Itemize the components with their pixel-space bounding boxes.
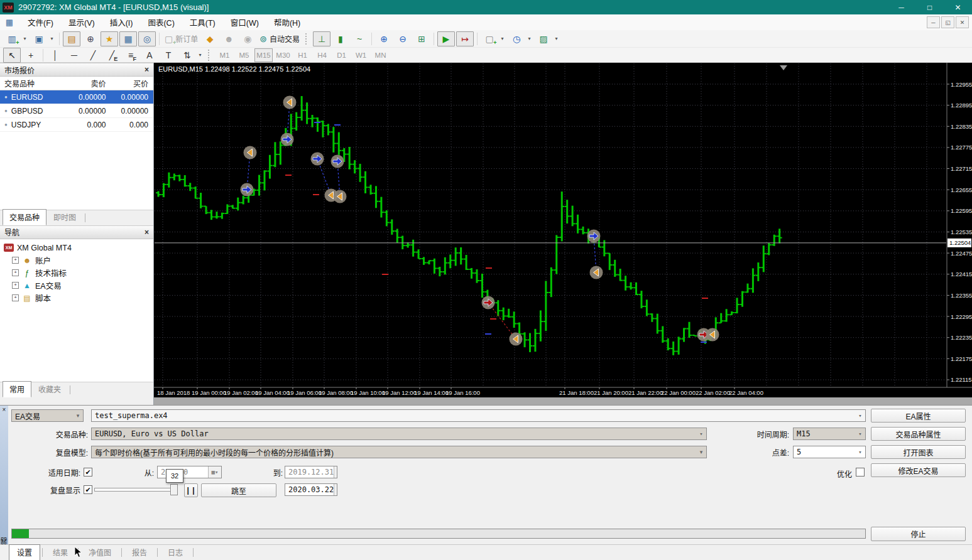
table-row[interactable]: ●USDJPY0.0000.000 — [0, 118, 153, 132]
table-row[interactable]: ●GBPUSD0.000000.00000 — [0, 104, 153, 118]
timeframe-w1[interactable]: W1 — [352, 48, 370, 62]
chart-system-menu-icon[interactable]: ▦ — [4, 18, 15, 27]
use-date-checkbox[interactable]: ✔ — [84, 468, 92, 477]
periods-button-dropdown-icon[interactable]: ▾ — [526, 32, 533, 46]
new-chart-button[interactable]: ▥+ — [3, 31, 21, 46]
close-button[interactable]: ✕ — [944, 0, 972, 14]
indicators-button-dropdown-icon[interactable]: ▾ — [499, 32, 506, 46]
mdi-minimize-button[interactable]: ─ — [927, 16, 940, 28]
list-item[interactable]: +☻账户 — [4, 254, 153, 267]
indicators-button[interactable]: ▢+ — [481, 31, 498, 46]
profiles-button[interactable]: ▣ — [30, 31, 48, 46]
toolbar-drag-handle[interactable] — [208, 50, 212, 61]
chart-line-button[interactable]: ~ — [351, 31, 368, 46]
channel-tool[interactable]: ╱E — [103, 48, 121, 63]
calendar-icon[interactable]: ▦▾ — [334, 466, 337, 478]
navigator-tab-2[interactable]: 收藏夹 — [31, 381, 68, 397]
navigator-button[interactable]: ★ — [101, 31, 118, 46]
expand-icon[interactable]: + — [12, 282, 19, 289]
timeframe-mn[interactable]: MN — [371, 48, 390, 62]
terminal-button[interactable]: ▦ — [119, 31, 137, 46]
menu-charts[interactable]: 图表(C) — [140, 14, 182, 30]
menu-file[interactable]: 文件(F) — [20, 14, 61, 30]
close-icon[interactable]: × — [1, 406, 8, 413]
timeframe-m1[interactable]: M1 — [216, 48, 234, 62]
calendar-icon[interactable]: ▦▾ — [334, 484, 337, 495]
list-item[interactable]: +▤脚本 — [4, 292, 153, 304]
zoom-in-button[interactable]: ⊕ — [375, 31, 393, 46]
cursor-tool[interactable]: ↖ — [3, 48, 21, 63]
fibonacci-tool[interactable]: ≡F — [122, 48, 139, 63]
optimize-checkbox[interactable] — [856, 468, 865, 477]
stop-button[interactable]: 停止 — [871, 527, 966, 541]
price-chart[interactable]: 1.229551.228951.228351.227751.227151.226… — [154, 63, 972, 397]
menu-insert[interactable]: 插入(I) — [102, 14, 141, 30]
to-date-field[interactable]: 2019.12.31 ▦▾ — [285, 466, 337, 478]
tester-tab-5[interactable]: 日志 — [160, 544, 191, 560]
expand-icon[interactable]: + — [12, 294, 19, 301]
text-tool[interactable]: A — [141, 48, 158, 63]
zoom-out-button[interactable]: ⊖ — [394, 31, 412, 46]
arrows-tool[interactable]: ⇅ — [178, 48, 196, 63]
new-order-button[interactable]: ▢+新订单 — [163, 31, 200, 46]
signals-button[interactable]: ◉ — [239, 31, 256, 46]
mdi-restore-button[interactable]: ◱ — [941, 16, 954, 28]
expand-icon[interactable]: + — [12, 269, 19, 276]
modify-ea-button[interactable]: 修改EA交易 — [871, 463, 966, 477]
trendline-tool[interactable]: ╱ — [84, 48, 102, 63]
mdi-close-button[interactable]: ✕ — [956, 16, 969, 28]
chart-shift-button[interactable]: ↦ — [456, 31, 474, 46]
tester-tab-1[interactable]: 设置 — [9, 544, 40, 560]
maximize-button[interactable]: □ — [915, 0, 944, 14]
tester-button[interactable]: ◎ — [138, 31, 156, 46]
tester-tab-4[interactable]: 报告 — [124, 544, 155, 560]
hline-tool[interactable]: ─ — [65, 48, 83, 63]
chart-bars-button[interactable]: ⊥ — [313, 31, 330, 46]
templates-button-dropdown-icon[interactable]: ▾ — [553, 32, 560, 46]
list-item[interactable]: +▲EA交易 — [4, 279, 153, 292]
model-select[interactable]: 每个即时价格(基于所有可利用的最小时段的每一个价格的分形插值计算) ▾ — [91, 446, 707, 458]
tile-windows-button[interactable]: ⊞ — [413, 31, 430, 46]
crosshair-tool[interactable]: + — [22, 48, 40, 63]
menu-help[interactable]: 帮助(H) — [266, 14, 308, 30]
timeframe-m5[interactable]: M5 — [235, 48, 253, 62]
visual-speed-slider[interactable] — [94, 488, 178, 492]
arrows-tool-dropdown-icon[interactable]: ▾ — [197, 48, 204, 62]
tree-root[interactable]: XMXM Global MT4 — [4, 242, 153, 254]
tester-tab-2[interactable]: 结果 — [45, 544, 76, 560]
expand-icon[interactable]: + — [12, 257, 19, 264]
skip-date-field[interactable]: 2020.03.22 ▦▾ — [285, 483, 337, 496]
ea-type-select[interactable]: EA交易 ▾ — [11, 409, 84, 422]
pause-button[interactable]: | | — [184, 483, 198, 497]
toolbar-drag-handle[interactable] — [305, 33, 309, 45]
data-window-button[interactable]: ⊕ — [82, 31, 99, 46]
ea-properties-button[interactable]: EA属性 — [871, 409, 966, 423]
autoscroll-button[interactable]: ▶ — [437, 31, 455, 46]
label-tool[interactable]: T — [160, 48, 177, 63]
symbol-properties-button[interactable]: 交易品种属性 — [871, 427, 966, 441]
spread-select[interactable]: 5 ▾ — [793, 446, 866, 458]
market-watch-button[interactable]: ▤ — [63, 31, 80, 46]
menu-window[interactable]: 窗口(W) — [223, 14, 266, 30]
close-icon[interactable]: × — [145, 228, 149, 237]
navigator-tab-1[interactable]: 常用 — [3, 381, 31, 397]
timeframe-h1[interactable]: H1 — [293, 48, 312, 62]
list-item[interactable]: +ƒ技术指标 — [4, 267, 153, 279]
market-watch-tab-1[interactable]: 交易品种 — [3, 209, 46, 225]
menu-tools[interactable]: 工具(T) — [182, 14, 223, 30]
close-icon[interactable]: × — [145, 65, 149, 74]
timeframe-m30[interactable]: M30 — [274, 48, 292, 62]
open-chart-button[interactable]: 打开图表 — [871, 445, 966, 459]
ea-name-select[interactable]: test_superma.ex4 ▾ — [91, 409, 866, 422]
timeframe-d1[interactable]: D1 — [332, 48, 351, 62]
metaeditor-button[interactable]: ◆ — [201, 31, 219, 46]
slider-thumb[interactable] — [170, 484, 178, 495]
timeframe-h4[interactable]: H4 — [313, 48, 331, 62]
vline-tool[interactable]: │ — [46, 48, 64, 63]
minimize-button[interactable]: ─ — [887, 0, 915, 14]
skip-to-button[interactable]: 跳至 — [201, 483, 276, 497]
table-row[interactable]: ●EURUSD0.000000.00000 — [0, 90, 153, 104]
autotrading-button[interactable]: ⊚自动交易 — [258, 31, 302, 46]
menu-view[interactable]: 显示(V) — [61, 14, 102, 30]
timeframe-m15[interactable]: M15 — [254, 48, 273, 62]
